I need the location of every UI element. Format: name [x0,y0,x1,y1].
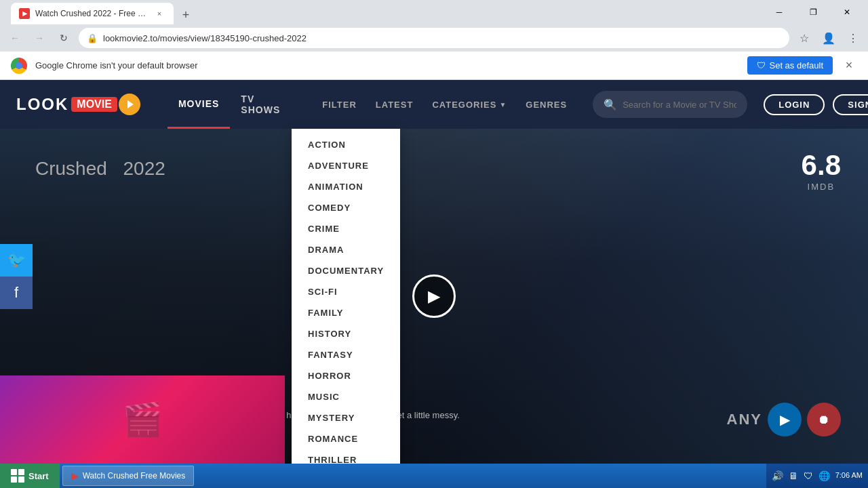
category-item-mystery[interactable]: MYSTERY [292,407,400,428]
nav-movies[interactable]: MOVIES [167,80,230,129]
taskbar: Start ▶ Watch Crushed Free Movies 🔊 🖥 🛡 … [0,464,868,488]
signup-button[interactable]: SIGNUP [833,94,868,115]
browser-icon[interactable]: 🌐 [818,470,830,481]
logo-icon [119,94,140,115]
logo-look-text: LOOK [16,95,68,114]
category-item-history[interactable]: HISTORY [292,323,400,344]
network-icon[interactable]: 🖥 [789,470,798,481]
watermark-text: ANY [727,411,762,428]
category-item-romance[interactable]: ROMANCE [292,428,400,449]
active-tab[interactable]: ▶ Watch Crushed 2022 - Free Movies × [11,3,174,24]
taskbar-favicon: ▶ [71,470,79,481]
watermark: ANY ▶ ⏺ [727,403,841,436]
set-default-label: Set as default [770,60,824,70]
url-bar[interactable]: 🔒 lookmovie2.to/movies/view/18345190-cru… [79,28,789,48]
minimize-button[interactable]: ─ [764,2,795,22]
category-item-horror[interactable]: HORROR [292,365,400,386]
antivirus-icon[interactable]: 🛡 [804,470,813,481]
volume-icon[interactable]: 🔊 [772,470,783,481]
tabs-bar: ▶ Watch Crushed 2022 - Free Movies × + [5,0,764,24]
thumbnail-icon: 🎬 [122,401,163,439]
taskbar-browser-item[interactable]: ▶ Watch Crushed Free Movies [62,466,195,486]
browser-chrome: ▶ Watch Crushed 2022 - Free Movies × + ─… [0,0,868,80]
tab-close-button[interactable]: × [153,7,165,20]
back-button[interactable]: ← [5,28,24,47]
maximize-button[interactable]: ❐ [797,2,829,22]
category-item-crime[interactable]: CRIME [292,218,400,239]
category-item-fantasy[interactable]: FANTASY [292,344,400,365]
thumbnail-strip: 🎬 [0,375,285,464]
start-label: Start [28,471,49,481]
website: LOOK MOVIE MOVIES TV SHOWS FILTER LATEST… [0,80,868,464]
tab-favicon: ▶ [19,8,30,19]
forward-button[interactable]: → [30,28,49,47]
nav-tv-shows[interactable]: TV SHOWS [230,80,291,129]
subnav-filter[interactable]: FILTER [313,80,366,129]
category-item-comedy[interactable]: COMEDY [292,197,400,218]
search-input[interactable] [623,100,736,110]
window-controls: ─ ❐ ✕ [764,2,863,22]
category-item-action[interactable]: ACTION [292,134,400,155]
sub-nav: FILTER LATEST CATEGORIES ▼ GENRES [313,80,576,129]
category-item-family[interactable]: FAMILY [292,302,400,323]
svg-marker-0 [127,100,134,108]
refresh-button[interactable]: ↻ [54,28,73,47]
logo-movie-text: MOVIE [71,97,117,112]
imdb-label: IMDB [802,182,841,192]
category-item-adventure[interactable]: ADVENTURE [292,155,400,176]
subnav-latest[interactable]: LATEST [366,80,423,129]
categories-dropdown-menu: ACTIONADVENTUREANIMATIONCOMEDYCRIMEDRAMA… [292,129,400,464]
chrome-menu-button[interactable]: ⋮ [844,28,863,47]
shield-icon: 🛡 [757,60,766,70]
main-nav: MOVIES TV SHOWS [167,80,291,129]
bookmark-button[interactable]: ☆ [795,28,814,47]
new-tab-button[interactable]: + [176,5,195,24]
site-header: LOOK MOVIE MOVIES TV SHOWS FILTER LATEST… [0,80,868,129]
search-bar[interactable]: 🔍 [593,91,747,118]
taskbar-tray: 🔊 🖥 🛡 🌐 7:06 AM [766,464,868,488]
imdb-badge: 6.8 IMDB [802,149,841,192]
tab-title: Watch Crushed 2022 - Free Movies [35,9,148,18]
taskbar-items: ▶ Watch Crushed Free Movies [60,466,766,486]
social-sidebar: 🐦 f [0,244,33,309]
category-item-thriller[interactable]: THRILLER [292,449,400,464]
categories-dropdown-arrow: ▼ [499,101,507,108]
banner-text: Google Chrome isn't your default browser [35,60,739,70]
url-text: lookmovie2.to/movies/view/18345190-crush… [103,33,781,43]
category-item-music[interactable]: MUSIC [292,386,400,407]
category-item-animation[interactable]: ANIMATION [292,176,400,197]
hero-section: Crushed 2022 6.8 IMDB ▶ Comedy | Comedy … [0,129,868,464]
lock-icon: 🔒 [87,33,98,43]
watermark-play-icon: ▶ [768,403,802,436]
category-item-sci-fi[interactable]: SCI-FI [292,281,400,302]
default-browser-banner: Google Chrome isn't your default browser… [0,52,868,80]
search-icon: 🔍 [604,98,617,111]
category-item-documentary[interactable]: DOCUMENTARY [292,260,400,281]
chrome-logo-icon [11,58,27,74]
auth-buttons: LOGIN SIGNUP [764,94,868,115]
thumbnail-item: 🎬 [0,375,285,464]
imdb-score: 6.8 [802,149,841,182]
login-button[interactable]: LOGIN [764,94,825,115]
subnav-genres[interactable]: GENRES [516,80,576,129]
tray-time: 7:06 AM [835,470,863,481]
hero-content: Crushed 2022 [27,149,165,182]
movie-title: Crushed 2022 [27,149,165,182]
facebook-button[interactable]: f [0,277,33,309]
title-bar: ▶ Watch Crushed 2022 - Free Movies × + ─… [0,0,868,24]
watermark-record-icon: ⏺ [807,403,841,436]
start-button[interactable]: Start [0,464,60,488]
twitter-button[interactable]: 🐦 [0,244,33,277]
subnav-categories[interactable]: CATEGORIES ▼ [422,80,516,129]
close-window-button[interactable]: ✕ [831,2,863,22]
set-default-button[interactable]: 🛡 Set as default [747,56,833,75]
site-logo[interactable]: LOOK MOVIE [16,94,140,115]
taskbar-item-title: Watch Crushed Free Movies [83,471,186,481]
banner-close-button[interactable]: × [841,58,857,74]
play-button[interactable]: ▶ [412,274,456,318]
account-button[interactable]: 👤 [819,28,838,47]
category-item-drama[interactable]: DRAMA [292,239,400,260]
start-icon [11,469,24,483]
address-bar: ← → ↻ 🔒 lookmovie2.to/movies/view/183451… [0,24,868,52]
